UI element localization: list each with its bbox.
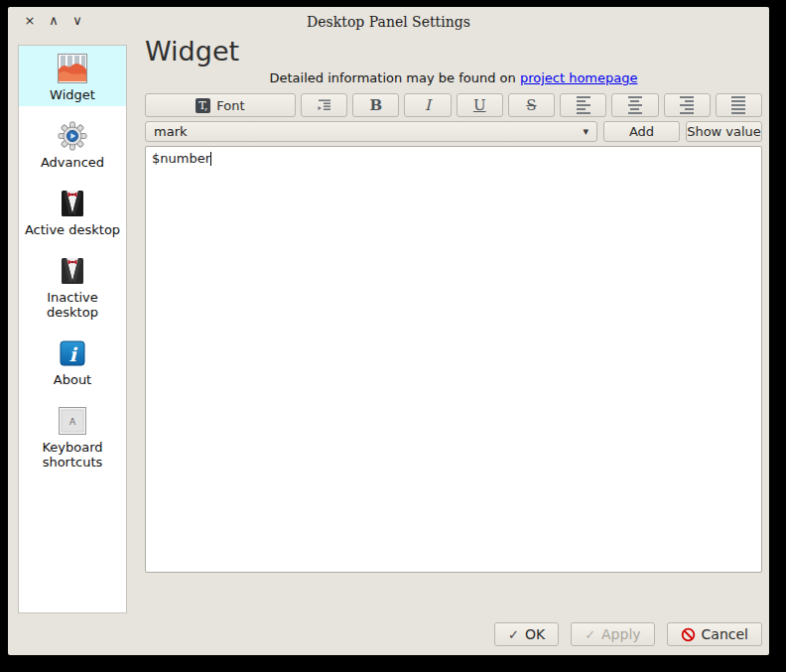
main-content: Widget Detailed information may be found… [145,35,762,573]
align-right-button[interactable] [664,93,711,117]
bold-icon: B [369,96,382,114]
text-editor[interactable]: $number [145,146,762,573]
sidebar-item-about[interactable]: i About [19,332,126,391]
variable-row: mark ▾ Add Show value [145,121,762,142]
add-button-label: Add [629,124,654,139]
gear-icon [57,120,88,152]
align-left-button[interactable] [560,93,606,117]
align-left-icon [577,96,590,114]
format-toolbar: T, Font B [145,93,762,117]
bold-button[interactable]: B [352,93,399,117]
font-icon: T, [196,98,210,113]
key-icon: A [57,405,88,437]
sidebar-item-label: About [54,372,91,387]
show-value-button[interactable]: Show value [686,121,762,142]
align-justify-button[interactable] [716,93,762,117]
settings-dialog: × ∧ ∨ Desktop Panel Settings Widget [8,7,769,655]
info-line: Detailed information may be found on pro… [145,70,762,87]
indent-button[interactable] [301,93,347,117]
svg-text:A: A [69,417,76,427]
chart-widget-icon [57,53,88,84]
indent-icon [317,98,332,112]
apply-button-label: Apply [601,626,641,642]
show-value-button-label: Show value [687,124,761,139]
strikethrough-icon: S [526,96,536,114]
page-title: Widget [145,35,762,68]
sidebar-item-label: Advanced [41,155,104,170]
font-button[interactable]: T, Font [145,93,296,117]
chevron-down-icon: ▾ [583,125,589,138]
text-cursor [210,152,211,166]
apply-button[interactable]: ✓ Apply [571,622,654,646]
sidebar-item-inactive-desktop[interactable]: Inactive desktop [19,249,126,324]
check-icon: ✓ [508,627,519,642]
info-text: Detailed information may be found on [270,70,516,85]
window-title: Desktop Panel Settings [8,14,769,30]
cancel-button-label: Cancel [702,626,748,642]
align-right-icon [680,96,694,114]
underline-button[interactable]: U [457,93,503,117]
titlebar: × ∧ ∨ Desktop Panel Settings [8,7,769,37]
check-icon: ✓ [585,627,595,642]
cancel-icon [681,627,696,642]
sidebar-item-label: Active desktop [25,222,120,237]
dialog-buttons: ✓ OK ✓ Apply Cancel [494,622,762,646]
info-icon: i [57,337,88,369]
italic-icon: I [425,96,431,114]
tuxedo-icon [57,255,88,287]
sidebar-item-label: Widget [50,87,95,102]
underline-icon: U [473,96,486,114]
sidebar-item-advanced[interactable]: Advanced [19,114,126,174]
sidebar-item-keyboard-shortcuts[interactable]: A Keyboard shortcuts [19,399,126,473]
variable-dropdown-value: mark [154,124,583,139]
align-justify-icon [731,96,745,114]
sidebar-item-label: Keyboard shortcuts [21,440,124,470]
sidebar-item-active-desktop[interactable]: Active desktop [19,182,126,241]
tuxedo-icon [57,188,88,219]
strikethrough-button[interactable]: S [508,93,555,117]
italic-button[interactable]: I [404,93,451,117]
font-button-label: Font [216,98,244,113]
editor-text: $number [152,151,210,166]
sidebar-item-label: Inactive desktop [21,290,124,320]
ok-button[interactable]: ✓ OK [494,622,559,646]
sidebar-item-widget[interactable]: Widget [19,46,126,106]
ok-button-label: OK [525,626,545,642]
align-center-button[interactable] [611,93,658,117]
variable-dropdown[interactable]: mark ▾ [145,121,597,142]
project-homepage-link[interactable]: project homepage [520,70,638,85]
cancel-button[interactable]: Cancel [667,622,762,646]
add-button[interactable]: Add [603,121,680,142]
align-center-icon [628,96,642,114]
sidebar: Widget [18,45,127,613]
